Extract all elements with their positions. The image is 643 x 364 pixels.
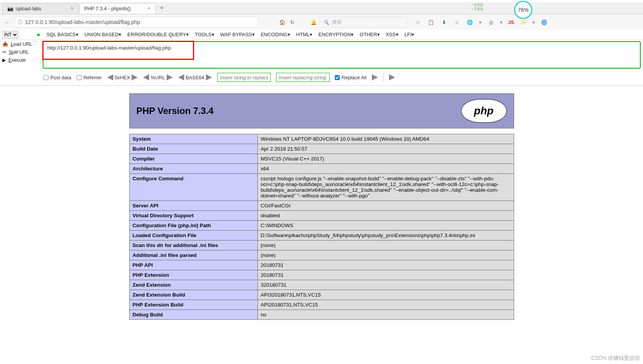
speed-down: ↓ 0 K/s [471, 7, 483, 11]
table-row: Build DateApr 2 2019 21:50:57 [129, 144, 514, 154]
phpinfo-key: Compiler [129, 154, 257, 164]
menu-union-based[interactable]: UNION BASED▾ [85, 32, 122, 37]
phpinfo-value: 20180731 [257, 260, 514, 270]
close-icon[interactable]: × [148, 5, 151, 11]
target-icon[interactable]: ◎ [487, 18, 495, 26]
url-bar[interactable]: ⓘ 127.0.0.1:90/upload-labs-master/upload… [14, 17, 259, 27]
menu-other[interactable]: OTHER▾ [360, 32, 380, 37]
menu-error-dq[interactable]: ERROR/DOUBLE QUERY▾ [127, 32, 189, 37]
table-row: PHP Extension BuildAPI20180731,NTS,VC15 [129, 300, 514, 310]
execute-button[interactable]: ▶ Execute [2, 57, 40, 63]
url-encode-button[interactable]: %URL [143, 74, 173, 80]
phpinfo-value: Apr 2 2019 21:50:57 [257, 144, 514, 154]
replace-go-button[interactable] [372, 74, 378, 80]
wand-icon[interactable]: ✨ [519, 18, 527, 26]
dropdown-icon[interactable]: ▾ [479, 19, 482, 25]
replace-string-input[interactable] [276, 73, 330, 82]
browser-tabs: 📷 upload-labs × PHP 7.3.4 - phpinfo() × … [0, 2, 643, 14]
phpinfo-value: x64 [257, 164, 514, 174]
highlight-box: http://127.0.0.1:90/upload-labs-master/u… [42, 41, 194, 60]
url-text: 127.0.0.1:90/upload-labs-master/upload/f… [25, 19, 140, 25]
clipboard-icon[interactable]: 📋 [427, 18, 435, 26]
phpinfo-value: MSVC15 (Visual C++ 2017) [257, 154, 514, 164]
reload-icon[interactable]: ↻ [288, 18, 296, 26]
table-row: Zend Extension BuildAPI320180731,NTS,VC1… [129, 290, 514, 300]
back-button[interactable]: ← [3, 18, 12, 27]
split-url-u: S [9, 50, 12, 55]
nav-bar: ← ⓘ 127.0.0.1:90/upload-labs-master/uplo… [0, 14, 643, 30]
table-row: Debug Buildno [129, 310, 514, 320]
hackbar-url-input[interactable]: http://127.0.0.1:90/upload-labs-master/u… [43, 41, 641, 69]
new-tab-button[interactable]: + [156, 4, 167, 12]
dropdown-icon[interactable]: ▾ [500, 19, 503, 25]
phpinfo-key: System [129, 134, 257, 144]
replace-extra-button[interactable] [389, 74, 395, 80]
hackbar-side: 📥 Load URL ✂ Split URL ▶ Execute [2, 41, 40, 69]
close-icon[interactable]: × [71, 5, 74, 11]
globe-icon[interactable]: 🌐 [466, 18, 474, 26]
menu-tools[interactable]: TOOLS▾ [195, 32, 214, 37]
hackbar-menu: INT ● SQL BASICS▾ UNION BASED▾ ERROR/DOU… [0, 30, 643, 40]
menu-encoding[interactable]: ENCODING▾ [261, 32, 290, 37]
camera-icon: 📷 [7, 6, 13, 11]
bell-icon[interactable]: 🔔 [310, 18, 317, 26]
phpinfo-value: 320180731 [257, 280, 514, 290]
php-logo: php [461, 99, 507, 123]
home2-icon[interactable]: ⌂ [453, 18, 461, 26]
phpinfo-value: (none) [257, 250, 514, 260]
table-row: Configuration File (php.ini) PathC:\WIND… [129, 221, 514, 231]
insert-string-input[interactable] [217, 73, 271, 82]
menu-sql-basics[interactable]: SQL BASICS▾ [47, 32, 79, 37]
referrer-check[interactable]: Referrer [77, 75, 102, 80]
base64-button[interactable]: BASE64 [178, 74, 212, 80]
hackbar: INT ● SQL BASICS▾ UNION BASED▾ ERROR/DOU… [0, 30, 643, 86]
menu-html[interactable]: HTML▾ [296, 32, 312, 37]
phpinfo-value: CGI/FastCGI [257, 201, 514, 211]
info-icon[interactable]: ⓘ [18, 19, 23, 26]
tab-phpinfo[interactable]: PHP 7.3.4 - phpinfo() × [79, 3, 156, 14]
postdata-check[interactable]: Post data [43, 75, 71, 80]
search-input[interactable]: 🔍 搜索 [320, 17, 407, 27]
swirl-icon[interactable]: 🌀 [540, 18, 548, 26]
tab-upload-labs[interactable]: 📷 upload-labs × [2, 3, 79, 14]
scissors-icon: ✂ [2, 49, 6, 55]
content-pane: PHP Version 7.3.4 php SystemWindows NT L… [0, 86, 643, 320]
table-row: SystemWindows NT LAPTOP-8DJVC9S4 10.0 bu… [129, 134, 514, 144]
phpinfo-key: PHP Extension [129, 270, 257, 280]
menu-waf-bypass[interactable]: WAF BYPASS▾ [220, 32, 255, 37]
hex-encode-button[interactable]: 0xHEX [107, 74, 138, 80]
phpinfo-key: Server API [129, 201, 257, 211]
search-placeholder: 搜索 [331, 19, 341, 26]
tab-label: upload-labs [16, 6, 41, 11]
phpinfo-value: C:\WINDOWS [257, 221, 514, 231]
table-row: Virtual Directory Supportdisabled [129, 211, 514, 221]
menu-xss[interactable]: XSS▾ [386, 32, 399, 37]
int-select[interactable]: INT [2, 31, 18, 38]
phpinfo-value: D:\Software\pikachu\phpStudy_64\phpstudy… [257, 231, 514, 241]
hackbar-url-value: http://127.0.0.1:90/upload-labs-master/u… [47, 45, 171, 51]
split-url-button[interactable]: ✂ Split URL [2, 49, 40, 55]
hackbar-opts: Post data Referrer 0xHEX %URL BASE64 Rep… [0, 70, 643, 85]
phpinfo-table: SystemWindows NT LAPTOP-8DJVC9S4 10.0 bu… [129, 134, 514, 320]
menu-lfi[interactable]: LFI▾ [405, 32, 415, 37]
phpinfo-value: API320180731,NTS,VC15 [257, 290, 514, 300]
phpinfo-header: PHP Version 7.3.4 php [129, 93, 514, 128]
star-icon[interactable]: ☆ [414, 18, 422, 26]
replace-all-check[interactable]: Replace All [335, 75, 367, 80]
load-icon: 📥 [2, 41, 8, 47]
phpinfo-key: Configuration File (php.ini) Path [129, 221, 257, 231]
table-row: Zend Extension320180731 [129, 280, 514, 290]
table-row: Additional .ini files parsed(none) [129, 250, 514, 260]
load-url-button[interactable]: 📥 Load URL [2, 41, 40, 47]
speed-ring: 76% [514, 1, 532, 19]
menu-encryption[interactable]: ENCRYPTION▾ [318, 32, 354, 37]
js-button[interactable]: JS [508, 19, 514, 25]
home-icon[interactable]: 🏠 [278, 18, 286, 26]
phpinfo-key: Virtual Directory Support [129, 211, 257, 221]
phpinfo-block: PHP Version 7.3.4 php SystemWindows NT L… [129, 93, 514, 320]
phpinfo-key: Zend Extension [129, 280, 257, 290]
table-row: CompilerMSVC15 (Visual C++ 2017) [129, 154, 514, 164]
phpinfo-key: Zend Extension Build [129, 290, 257, 300]
download-icon[interactable]: ⬇ [440, 18, 448, 26]
dropdown-icon[interactable]: ▾ [532, 19, 535, 25]
